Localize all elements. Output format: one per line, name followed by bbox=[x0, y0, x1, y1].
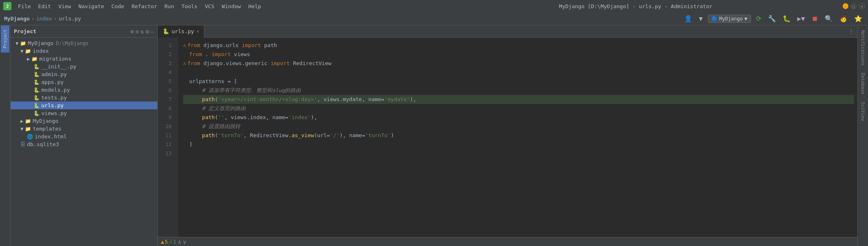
breadcrumb-folder[interactable]: index bbox=[36, 16, 52, 22]
tree-item-models[interactable]: 🐍 models.py bbox=[11, 86, 157, 94]
py-icon-tests: 🐍 bbox=[34, 95, 40, 101]
code-line-5: urlpatterns = [ bbox=[183, 77, 854, 86]
minimize-button[interactable]: – bbox=[843, 3, 848, 9]
ln-2: 2 bbox=[158, 50, 175, 59]
tab-bar: 🐍 urls.py ✕ ⋮ bbox=[158, 25, 857, 38]
panel-header: Project ⊕ ≡ ⇅ ⚙ – bbox=[11, 25, 157, 38]
py-icon-models: 🐍 bbox=[34, 87, 40, 93]
tree-arrow-root: ▼ bbox=[16, 41, 18, 46]
menu-navigate[interactable]: Navigate bbox=[75, 2, 107, 10]
arrow-index: ▼ bbox=[20, 48, 23, 54]
ok-status: ✓ 1 bbox=[169, 239, 176, 245]
tree-label-admin: admin.py bbox=[41, 71, 67, 77]
ok-count: 1 bbox=[173, 239, 176, 245]
code-area[interactable]: ⚠ from django.urls import path from . im… bbox=[178, 38, 857, 237]
ln-12: 12 bbox=[158, 140, 175, 149]
code-line-7: path('<year>/<int:month>/<slug:day>', vi… bbox=[183, 95, 854, 104]
settings-icon[interactable]: ⚙ bbox=[145, 28, 149, 35]
file-tree: ▼ 📁 MyDjango D:\MyDjango ▼ 📁 index ▶ 📁 m… bbox=[11, 38, 157, 246]
expand-icon[interactable]: ⇅ bbox=[141, 28, 144, 35]
warn-icon-3: ⚠ bbox=[183, 59, 186, 68]
right-tab-database[interactable]: Database bbox=[859, 70, 867, 98]
db-icon-sqlite: 🗄 bbox=[20, 142, 25, 147]
menu-refactor[interactable]: Refactor bbox=[128, 2, 161, 10]
py-icon-admin: 🐍 bbox=[34, 72, 40, 77]
search-icon[interactable]: 🔍 bbox=[823, 14, 834, 23]
tree-item-migrations[interactable]: ▶ 📁 migrations bbox=[11, 55, 157, 63]
tree-item-urls[interactable]: 🐍 urls.py bbox=[11, 102, 157, 109]
code-line-1: ⚠ from django.urls import path bbox=[183, 41, 854, 50]
breadcrumb-sep2: › bbox=[54, 16, 57, 22]
nav-bar: MyDjango › index › urls.py 👤 ▼ 🔵 MyDjang… bbox=[0, 12, 868, 25]
tree-item-mydjango[interactable]: ▶ 📁 MyDjango bbox=[11, 117, 157, 125]
tree-item-templates[interactable]: ▼ 📁 templates bbox=[11, 125, 157, 133]
tree-label-mydjango: MyDjango bbox=[33, 118, 58, 124]
project-selector[interactable]: 🔵 MyDjango ▼ bbox=[708, 15, 751, 23]
collapse-icon[interactable]: ≡ bbox=[135, 28, 139, 35]
nav-right: 👤 ▼ 🔵 MyDjango ▼ ⟳ 🔧 🐛 ▶▼ ⏹ 🔍 🧑 ⭐ bbox=[682, 14, 864, 23]
status-down-arrow[interactable]: ∨ bbox=[183, 239, 186, 245]
breadcrumb-sep1: › bbox=[31, 16, 35, 22]
breadcrumb-file[interactable]: urls.py bbox=[58, 16, 81, 22]
menu-edit[interactable]: Edit bbox=[35, 2, 54, 10]
tree-label-init: __init__.py bbox=[41, 63, 76, 70]
tab-label: urls.py bbox=[172, 28, 194, 34]
close-panel-icon[interactable]: – bbox=[151, 28, 154, 35]
tab-close-icon[interactable]: ✕ bbox=[197, 29, 199, 34]
code-line-12: ] bbox=[183, 140, 854, 149]
tree-item-index[interactable]: ▼ 📁 index bbox=[11, 47, 157, 55]
stop-icon[interactable]: ⏹ bbox=[810, 14, 820, 23]
root-path: D:\MyDjango bbox=[56, 41, 88, 46]
profile-icon[interactable]: 👤 bbox=[682, 14, 694, 23]
title-bar: J File Edit View Navigate Code Refactor … bbox=[0, 0, 868, 12]
ln-5: 5 bbox=[158, 77, 175, 86]
breadcrumb-project[interactable]: MyDjango bbox=[4, 16, 30, 22]
tree-label-tests: tests.py bbox=[41, 95, 67, 101]
tree-item-views[interactable]: 🐍 views.py bbox=[11, 109, 157, 117]
arrow-templates: ▼ bbox=[20, 126, 23, 132]
editor-tab-urls[interactable]: 🐍 urls.py ✕ bbox=[158, 25, 204, 38]
tree-item-apps[interactable]: 🐍 apps.py bbox=[11, 78, 157, 86]
menu-vcs[interactable]: VCS bbox=[201, 2, 217, 10]
run-dropdown-icon[interactable]: ▶▼ bbox=[796, 14, 807, 23]
tree-item-db[interactable]: 🗄 db.sqlite3 bbox=[11, 140, 157, 148]
folder-icon-templates: 📁 bbox=[25, 126, 31, 132]
tab-menu-icon[interactable]: ⋮ bbox=[848, 28, 854, 35]
status-up-arrow[interactable]: ∧ bbox=[178, 239, 181, 245]
maximize-button[interactable]: □ bbox=[851, 3, 857, 9]
menu-tools[interactable]: Tools bbox=[178, 2, 201, 10]
menu-run[interactable]: Run bbox=[161, 2, 177, 10]
right-tab-sciview[interactable]: SciView bbox=[859, 99, 867, 124]
code-line-9: path('', views.index, name='index'), bbox=[183, 113, 854, 122]
menu-view[interactable]: View bbox=[55, 2, 74, 10]
user-icon[interactable]: 🧑 bbox=[838, 14, 849, 23]
ln-10: 10 bbox=[158, 122, 175, 131]
project-side-tab[interactable]: Project bbox=[1, 25, 9, 52]
menu-window[interactable]: Window bbox=[219, 2, 244, 10]
menu-file[interactable]: File bbox=[15, 2, 34, 10]
tree-label-index: index bbox=[33, 48, 49, 54]
star-icon[interactable]: ⭐ bbox=[852, 14, 864, 23]
window-controls: – □ ✕ bbox=[843, 3, 865, 9]
tree-item-index-html[interactable]: 🌐 index.html bbox=[11, 133, 157, 140]
add-icon[interactable]: ⊕ bbox=[130, 28, 134, 35]
menu-help[interactable]: Help bbox=[245, 2, 264, 10]
warning-status: ▲ 5 bbox=[161, 239, 168, 245]
build-icon[interactable]: 🔧 bbox=[766, 14, 778, 23]
caret-icon[interactable]: ▼ bbox=[697, 14, 705, 23]
debug-icon[interactable]: 🐛 bbox=[781, 14, 792, 23]
main-area: Project Project ⊕ ≡ ⇅ ⚙ – ▼ 📁 MyDjango D… bbox=[0, 25, 868, 246]
right-tab-notifications[interactable]: Notifications bbox=[859, 27, 867, 69]
line-numbers: 1 2 3 4 5 6 7 8 9 10 11 12 13 bbox=[158, 38, 178, 237]
menu-code[interactable]: Code bbox=[108, 2, 128, 10]
sync-icon[interactable]: ⟳ bbox=[754, 14, 763, 23]
tree-item-admin[interactable]: 🐍 admin.py bbox=[11, 70, 157, 78]
ide-icon: 🔵 bbox=[711, 16, 718, 22]
close-button[interactable]: ✕ bbox=[859, 3, 865, 9]
tree-item-tests[interactable]: 🐍 tests.py bbox=[11, 94, 157, 102]
warn-icon-1: ⚠ bbox=[183, 41, 186, 50]
tree-label-views: views.py bbox=[41, 110, 67, 116]
tree-root[interactable]: ▼ 📁 MyDjango D:\MyDjango bbox=[11, 39, 157, 47]
tree-item-init[interactable]: 🐍 __init__.py bbox=[11, 63, 157, 70]
arrow-migrations: ▶ bbox=[27, 56, 30, 62]
